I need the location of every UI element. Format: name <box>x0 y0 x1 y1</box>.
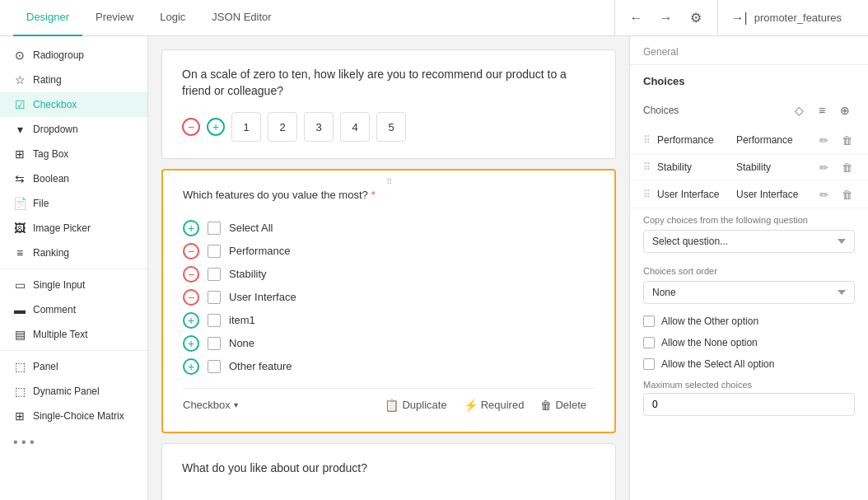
nav-arrow: →| <box>731 11 748 26</box>
content-area: On a scale of zero to ten, how likely ar… <box>148 36 629 500</box>
allow-other-checkbox[interactable] <box>643 315 655 327</box>
checkbox-icon: ☑ <box>13 98 26 111</box>
rating-4[interactable]: 4 <box>340 112 370 142</box>
sidebar-item-multipletext[interactable]: ▤ Multiple Text <box>0 322 147 347</box>
choices-add-icon[interactable]: ⊕ <box>835 100 855 120</box>
add-item1-button[interactable]: + <box>183 312 199 329</box>
sidebar-item-panel[interactable]: ⬚ Panel <box>0 354 147 379</box>
add-select-all-button[interactable]: + <box>183 220 199 236</box>
sidebar-item-singlechoicematrix[interactable]: ⊞ Single-Choice Matrix <box>0 404 147 428</box>
required-button[interactable]: ⚡ Required <box>455 395 533 415</box>
rating-1[interactable]: 1 <box>231 112 261 142</box>
none-checkbox[interactable] <box>208 337 221 350</box>
choice-drag-handle[interactable]: ⠿ <box>643 161 651 173</box>
stability-label: Stability <box>229 268 267 280</box>
settings-button[interactable]: ⚙ <box>684 7 707 30</box>
question-type[interactable]: Checkbox ▾ <box>183 399 238 411</box>
header-right: →| promoter_features <box>718 11 855 26</box>
list-item: − Stability <box>183 263 595 286</box>
sidebar-item-singleinput[interactable]: ▭ Single Input <box>0 273 147 297</box>
sidebar-item-rating[interactable]: ☆ Rating <box>0 68 147 92</box>
allow-none-checkbox[interactable] <box>643 337 655 348</box>
allow-select-all-label[interactable]: Allow the Select All option <box>661 358 774 370</box>
item1-checkbox[interactable] <box>208 314 221 327</box>
choice-delete-userinterface[interactable]: 🗑 <box>838 186 855 203</box>
choice-delete-performance[interactable]: 🗑 <box>838 132 855 148</box>
add-none-button[interactable]: + <box>183 335 199 352</box>
sidebar-item-file[interactable]: 📄 File <box>0 191 147 216</box>
choice-delete-stability[interactable]: 🗑 <box>838 159 855 175</box>
card-footer: Checkbox ▾ 📋 Duplicate ⚡ Required 🗑 Dele… <box>183 388 595 415</box>
rating-5[interactable]: 5 <box>376 112 406 142</box>
duplicate-icon: 📋 <box>385 399 399 412</box>
sidebar-item-tagbox[interactable]: ⊞ Tag Box <box>0 142 147 166</box>
allow-none-row: Allow the None option <box>630 332 868 353</box>
tab-designer[interactable]: Designer <box>13 0 82 36</box>
redo-button[interactable]: → <box>655 7 678 30</box>
multipletext-icon: ▤ <box>13 328 26 341</box>
choices-list-icon[interactable]: ≡ <box>812 100 832 120</box>
choices-clear-icon[interactable]: ◇ <box>789 100 809 120</box>
sidebar-item-checkbox[interactable]: ☑ Checkbox <box>0 92 147 117</box>
choice-edit-stability[interactable]: ✏ <box>815 159 832 175</box>
matrix-icon: ⊞ <box>13 409 26 423</box>
singleinput-icon: ▭ <box>13 278 26 292</box>
delete-button[interactable]: 🗑 Delete <box>532 395 595 415</box>
performance-checkbox[interactable] <box>208 245 221 258</box>
duplicate-button[interactable]: 📋 Duplicate <box>376 395 455 415</box>
choice-value-performance: Performance <box>736 134 809 146</box>
ranking-icon: ≡ <box>13 246 26 259</box>
remove-performance-button[interactable]: − <box>183 243 199 259</box>
sidebar-item-radiogroup[interactable]: ⊙ Radiogroup <box>0 43 147 68</box>
userinterface-checkbox[interactable] <box>208 291 221 304</box>
checkbox-question-card: ⠿ Which features do you value the most?*… <box>161 169 616 433</box>
undo-button[interactable]: ← <box>625 7 648 30</box>
boolean-icon: ⇆ <box>13 172 26 185</box>
sidebar-more[interactable]: • • • <box>0 428 147 456</box>
choice-drag-handle[interactable]: ⠿ <box>643 189 651 200</box>
choice-drag-handle[interactable]: ⠿ <box>643 134 651 146</box>
sidebar-item-dropdown[interactable]: ▾ Dropdown <box>0 117 147 142</box>
tab-preview[interactable]: Preview <box>82 0 147 36</box>
choices-header: Choices ◇ ≡ ⊕ <box>630 94 868 127</box>
rating-icon: ☆ <box>13 73 26 86</box>
like-question-text: What do you like about our product? <box>182 460 595 477</box>
sidebar-item-dynamicpanel[interactable]: ⬚ Dynamic Panel <box>0 379 147 404</box>
otherfeature-label: Other feature <box>229 360 292 372</box>
rating-add-button[interactable]: + <box>207 118 225 136</box>
sidebar-item-ranking[interactable]: ≡ Ranking <box>0 241 147 265</box>
stability-checkbox[interactable] <box>208 268 221 281</box>
allow-other-label[interactable]: Allow the Other option <box>661 315 758 327</box>
sidebar-divider <box>0 269 147 269</box>
sidebar-item-comment[interactable]: ▬ Comment <box>0 297 147 322</box>
list-item: + Select All <box>183 217 595 240</box>
otherfeature-checkbox[interactable] <box>208 360 221 373</box>
sidebar-item-boolean[interactable]: ⇆ Boolean <box>0 166 147 191</box>
remove-userinterface-button[interactable]: − <box>183 289 199 306</box>
remove-stability-button[interactable]: − <box>183 266 199 283</box>
allow-none-label[interactable]: Allow the None option <box>661 337 758 348</box>
drag-handle[interactable]: ⠿ <box>386 177 392 186</box>
max-choices-input[interactable] <box>643 393 855 416</box>
choice-edit-userinterface[interactable]: ✏ <box>815 186 832 203</box>
rating-2[interactable]: 2 <box>268 112 297 142</box>
add-otherfeature-button[interactable]: + <box>183 358 199 375</box>
select-all-checkbox[interactable] <box>208 222 221 235</box>
sidebar-item-imagepicker[interactable]: 🖼 Image Picker <box>0 216 147 241</box>
copy-choices-select[interactable]: Select question... <box>643 230 855 253</box>
tab-logic[interactable]: Logic <box>147 0 198 36</box>
select-all-label: Select All <box>229 222 273 234</box>
right-panel: General Choices Choices ◇ ≡ ⊕ ⠿ Performa… <box>629 36 868 500</box>
choice-name-stability: Stability <box>657 161 730 173</box>
rating-3[interactable]: 3 <box>304 112 334 142</box>
sort-order-select[interactable]: None Ascending Descending Random <box>643 281 855 304</box>
allow-select-all-checkbox[interactable] <box>643 358 655 370</box>
list-item: + None <box>183 332 595 355</box>
tab-json-editor[interactable]: JSON Editor <box>198 0 284 36</box>
sort-order-field: Choices sort order None Ascending Descen… <box>630 259 868 311</box>
required-icon: ⚡ <box>464 399 478 412</box>
rating-remove-button[interactable]: − <box>182 118 200 136</box>
choice-edit-performance[interactable]: ✏ <box>815 132 832 148</box>
max-choices-field: Maximum selected choices <box>630 375 868 421</box>
choice-row-stability: ⠿ Stability Stability ✏ 🗑 <box>630 154 868 181</box>
